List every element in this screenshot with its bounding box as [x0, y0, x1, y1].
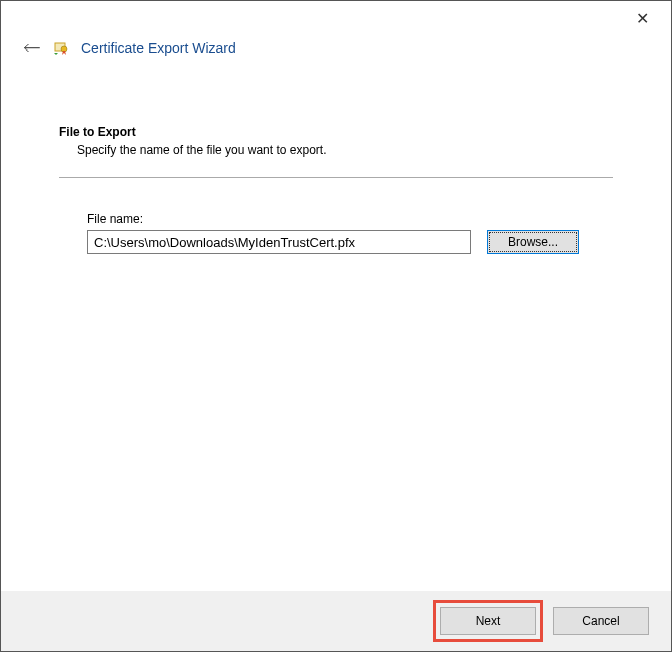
cancel-button[interactable]: Cancel	[553, 607, 649, 635]
content-area: File to Export Specify the name of the f…	[1, 69, 671, 254]
close-icon[interactable]: ✕	[628, 7, 657, 30]
titlebar: ✕	[1, 1, 671, 31]
back-arrow-icon[interactable]: 🡐	[23, 39, 41, 57]
certificate-icon	[53, 40, 69, 56]
section-title: File to Export	[59, 125, 613, 139]
browse-button[interactable]: Browse...	[487, 230, 579, 254]
file-name-label: File name:	[87, 212, 613, 226]
next-highlight: Next	[433, 600, 543, 642]
wizard-title: Certificate Export Wizard	[81, 40, 236, 56]
wizard-header: 🡐 Certificate Export Wizard	[1, 31, 671, 69]
file-name-input[interactable]	[87, 230, 471, 254]
section-description: Specify the name of the file you want to…	[59, 143, 613, 157]
file-section: File name: Browse...	[59, 178, 613, 254]
wizard-footer: Next Cancel	[1, 591, 671, 651]
file-row: Browse...	[87, 230, 613, 254]
next-button[interactable]: Next	[440, 607, 536, 635]
